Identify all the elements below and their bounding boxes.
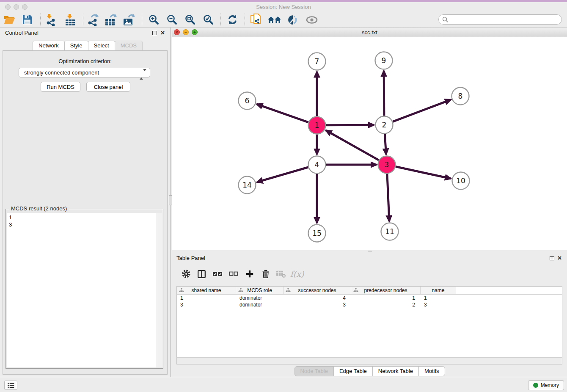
function-builder-button[interactable]: f(x) [291, 268, 303, 280]
table-cell[interactable]: dominator [236, 295, 284, 301]
graph-edge-2-8[interactable] [393, 100, 451, 122]
export-network-icon [87, 14, 99, 26]
hierarchy-icon [179, 288, 184, 294]
table-cell[interactable]: 1 [351, 295, 421, 301]
graph-node-14[interactable]: 14 [239, 177, 256, 194]
graph-edge-1-2[interactable] [326, 125, 374, 125]
panel-splitter[interactable] [169, 195, 172, 205]
run-mcds-button[interactable]: Run MCDS [41, 82, 80, 92]
zoom-out-icon [166, 14, 177, 25]
import-network-button[interactable] [43, 13, 58, 26]
float-table-panel-icon[interactable] [550, 256, 554, 260]
tab-style[interactable]: Style [64, 41, 88, 51]
tab-node-table[interactable]: Node Table [294, 366, 334, 376]
graph-edge-2-9[interactable] [384, 71, 384, 116]
clone-network-button[interactable] [249, 13, 263, 26]
table-cell[interactable]: 1 [421, 295, 456, 301]
houses-icon [267, 15, 282, 25]
graph-node-1[interactable]: 1 [308, 117, 326, 134]
tab-mcds[interactable]: MCDS [115, 41, 143, 51]
zoom-fit-button[interactable] [183, 13, 197, 26]
table-cell[interactable]: 3 [284, 301, 351, 308]
export-network-button[interactable] [85, 13, 100, 26]
export-image-button[interactable] [122, 13, 136, 26]
unselect-all-button[interactable] [227, 268, 240, 280]
table-row[interactable]: 3dominator323 [177, 301, 562, 308]
network-overview-button[interactable] [267, 13, 282, 26]
zoom-in-button[interactable] [146, 13, 161, 26]
graph-edge-3-1[interactable] [326, 130, 379, 160]
checked-boxes-icon [212, 270, 223, 278]
show-hide-panels-button[interactable] [305, 13, 319, 26]
column-header-shared-name[interactable]: shared name [177, 287, 236, 294]
graph-node-15[interactable]: 15 [308, 225, 326, 242]
zoom-selected-button[interactable] [201, 13, 215, 26]
open-session-button[interactable] [2, 13, 17, 26]
memory-button[interactable]: Memory [528, 380, 564, 390]
table-cell[interactable]: dominator [236, 301, 284, 308]
close-panel-button[interactable]: Close panel [86, 82, 130, 92]
graph-node-9[interactable]: 9 [375, 52, 393, 69]
table-cell[interactable]: 3 [421, 301, 456, 308]
refresh-button[interactable] [225, 13, 239, 26]
column-header-predecessor-nodes[interactable]: predecessor nodes [351, 287, 421, 294]
tab-select[interactable]: Select [88, 41, 115, 51]
criterion-dropdown-value: strongly connected component [24, 69, 99, 76]
graph-node-7[interactable]: 7 [308, 53, 326, 70]
graph-node-2[interactable]: 2 [376, 116, 393, 134]
table-cell[interactable]: 4 [284, 295, 351, 301]
add-column-button[interactable] [243, 268, 256, 280]
network-canvas[interactable]: 1234678910111415 [172, 37, 567, 250]
header-filler [456, 287, 562, 294]
tab-motifs[interactable]: Motifs [418, 366, 445, 376]
split-panel-button[interactable] [195, 268, 208, 280]
split-panel-icon [197, 270, 206, 279]
import-table-button[interactable] [63, 13, 77, 26]
result-scrollbar[interactable] [157, 213, 162, 367]
svg-text:11: 11 [385, 227, 394, 236]
zoom-out-button[interactable] [165, 13, 179, 26]
column-header-name[interactable]: name [421, 287, 456, 294]
graph-edge-3-11[interactable] [387, 174, 389, 221]
table-horizontal-scrollbar[interactable] [177, 357, 562, 364]
status-bar: Memory [0, 377, 567, 392]
search-input[interactable] [449, 16, 558, 23]
graph-node-3[interactable]: 3 [378, 156, 396, 174]
float-panel-icon[interactable] [152, 31, 157, 35]
export-table-button[interactable] [104, 13, 118, 26]
save-session-button[interactable] [20, 13, 34, 26]
graph-node-10[interactable]: 10 [452, 172, 470, 190]
mcds-result-area[interactable]: 13 [7, 213, 162, 367]
search-box[interactable] [438, 14, 562, 25]
table-cell[interactable]: 2 [351, 301, 421, 308]
graph-node-8[interactable]: 8 [452, 88, 469, 105]
criterion-dropdown[interactable]: strongly connected component [19, 68, 150, 77]
delete-table-button[interactable] [275, 268, 287, 280]
resize-grip[interactable] [368, 251, 372, 252]
graph-edge-3-10[interactable] [396, 167, 451, 179]
tab-edge-table[interactable]: Edge Table [333, 366, 373, 376]
table-row[interactable]: 1dominator411 [177, 295, 562, 301]
graphics-details-button[interactable] [286, 13, 300, 26]
tab-network[interactable]: Network [33, 41, 65, 51]
select-all-button[interactable] [211, 268, 224, 280]
svg-text:6: 6 [245, 97, 250, 105]
close-table-panel-icon[interactable]: ✕ [557, 255, 562, 261]
graph-edge-4-14[interactable] [257, 167, 308, 182]
column-header-successor-nodes[interactable]: successor nodes [284, 287, 351, 294]
graph-edge-2-3[interactable] [385, 134, 386, 154]
column-header-mcds-role[interactable]: MCDS role [236, 287, 284, 294]
graph-node-11[interactable]: 11 [381, 223, 399, 240]
table-cell[interactable]: 1 [177, 295, 236, 301]
trash-icon [261, 269, 270, 279]
export-table-icon [105, 14, 117, 26]
table-cell[interactable]: 3 [177, 301, 236, 308]
show-panel-button[interactable] [4, 381, 17, 390]
graph-node-6[interactable]: 6 [239, 92, 256, 110]
tab-network-table[interactable]: Network Table [372, 366, 419, 376]
close-panel-icon[interactable]: ✕ [160, 30, 165, 36]
delete-column-button[interactable] [259, 268, 272, 280]
table-settings-button[interactable] [180, 268, 193, 280]
graph-edge-1-6[interactable] [257, 104, 308, 122]
graph-node-4[interactable]: 4 [308, 156, 326, 174]
